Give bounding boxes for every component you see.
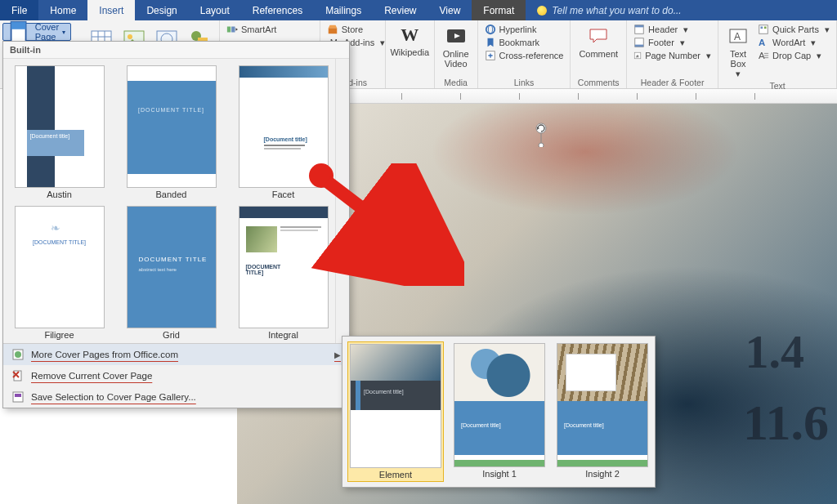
dropcap-icon: A [758,50,769,61]
cover-page-label: Cover Page [35,22,59,42]
tab-format[interactable]: Format [472,0,526,20]
submenu-template-insight1[interactable]: [Document title] Insight 1 [452,341,547,482]
bookmark-button[interactable]: Bookmark [483,36,566,49]
svg-rect-1 [11,21,26,29]
office-icon [11,348,25,361]
links-group-label: Links [483,77,566,87]
store-button[interactable]: Store [325,23,380,36]
comment-icon [587,25,610,47]
svg-rect-27 [635,45,644,47]
template-label: Banded [156,190,187,199]
cover-page-submenu: [Document title] Element [Document title… [342,336,656,488]
more-cover-pages[interactable]: More Cover Pages from Office.com ▶ [3,344,349,365]
wikipedia-button[interactable]: W Wikipedia [391,23,429,59]
svg-rect-33 [761,27,763,29]
text-box-button[interactable]: A Text Box▾ [723,23,753,80]
wordart-icon: A [758,37,769,48]
dropdown-arrow-icon: ▾ [62,29,65,36]
svg-rect-50 [15,394,21,397]
svg-text:A: A [759,51,765,60]
header-button[interactable]: Header ▾ [632,23,713,36]
crossref-label: Cross-reference [499,51,564,60]
save-selection-label: Save Selection to Cover Page Gallery... [31,392,196,402]
svg-point-21 [486,25,495,34]
smartart-label: SmartArt [241,25,276,34]
tab-view[interactable]: View [428,0,472,20]
remove-cover-page[interactable]: Remove Current Cover Page [3,365,349,386]
page-number-button[interactable]: # Page Number ▾ [632,49,713,62]
submenu-template-element[interactable]: [Document title] Element [347,341,444,482]
smartart-button[interactable]: SmartArt [225,23,315,36]
template-label: Grid [163,330,180,340]
tab-review[interactable]: Review [373,0,427,20]
svg-text:A: A [734,31,741,42]
quick-parts-label: Quick Parts [772,25,819,34]
remove-cover-page-label: Remove Current Cover Page [31,371,152,381]
header-icon [633,24,645,35]
tab-layout[interactable]: Layout [189,0,241,20]
wikipedia-label: Wikipedia [390,47,429,57]
tab-home[interactable]: Home [38,0,87,20]
drop-cap-button[interactable]: A Drop Cap ▾ [756,49,831,62]
cover-template-filigree[interactable]: [DOCUMENT TITLE] ❧ Filigree [11,206,107,340]
svg-rect-25 [635,25,644,28]
template-label: Austin [47,190,72,199]
svg-marker-15 [235,28,238,31]
canvas-number-b: 11.6 [743,394,829,452]
footer-button[interactable]: Footer ▾ [632,36,713,49]
tab-insert[interactable]: Insert [87,0,135,20]
template-label: Integral [268,330,298,340]
submenu-template-insight2[interactable]: [Document title] Insight 2 [555,341,650,482]
video-icon [445,25,468,47]
tell-me-search[interactable]: Tell me what you want to do... [526,0,837,20]
header-label: Header [648,25,678,34]
quick-parts-button[interactable]: Quick Parts ▾ [756,23,831,36]
textbox-icon: A [727,25,750,47]
canvas-number-a: 1.4 [745,324,805,379]
cover-page-button[interactable]: Cover Page ▾ [2,23,71,41]
submenu-label: Insight 2 [585,469,620,479]
hf-group-label: Header & Footer [632,77,713,87]
tab-references[interactable]: References [241,0,314,20]
online-video-label: Online Video [443,49,469,69]
online-video-button[interactable]: Online Video [440,23,472,70]
tab-file[interactable]: File [0,0,38,20]
cross-reference-button[interactable]: Cross-reference [483,49,566,62]
cover-template-facet[interactable]: [Document title] Facet [235,65,331,199]
hyperlink-label: Hyperlink [499,25,537,34]
svg-rect-14 [231,27,235,33]
tab-design[interactable]: Design [135,0,188,20]
cover-template-banded[interactable]: [DOCUMENT TITLE] Banded [123,65,219,199]
cover-template-grid[interactable]: DOCUMENT TITLE abstract text here Grid [123,206,219,340]
comment-button[interactable]: Comment [575,23,621,60]
svg-rect-13 [227,27,231,33]
cover-page-gallery: Built-in [Document title] Austin [DOCUME… [2,41,350,408]
svg-rect-34 [764,27,767,29]
wordart-button[interactable]: A WordArt ▾ [756,36,831,49]
hyperlink-button[interactable]: Hyperlink [483,23,566,36]
cover-template-austin[interactable]: [Document title] Austin [11,65,107,199]
template-label: Filigree [44,330,74,340]
crossref-icon [485,50,496,61]
save-selection-gallery[interactable]: Save Selection to Cover Page Gallery... [3,386,349,408]
bookmark-icon [485,37,496,48]
gallery-section-header: Built-in [3,42,349,59]
svg-point-45 [15,351,21,358]
horizontal-ruler[interactable] [339,89,837,104]
save-gallery-icon [11,390,25,404]
lightbulb-icon [537,6,547,16]
tell-me-placeholder: Tell me what you want to do... [552,5,681,16]
dropcap-label: Drop Cap [772,51,811,60]
submenu-arrow-icon: ▶ [334,350,341,359]
gallery-scrollbar[interactable] [335,59,349,343]
svg-point-22 [488,25,492,34]
cover-template-integral[interactable]: [DOCUMENTTITLE] Integral [235,206,331,340]
footer-icon [633,37,645,48]
wordart-label: WordArt [772,38,805,47]
wikipedia-icon: W [401,25,418,46]
ribbon-tabs: File Home Insert Design Layout Reference… [0,0,837,20]
submenu-label: Element [379,470,412,479]
svg-point-43 [539,143,544,147]
tab-mailings[interactable]: Mailings [314,0,373,20]
rotation-handle-icon[interactable] [533,123,549,147]
